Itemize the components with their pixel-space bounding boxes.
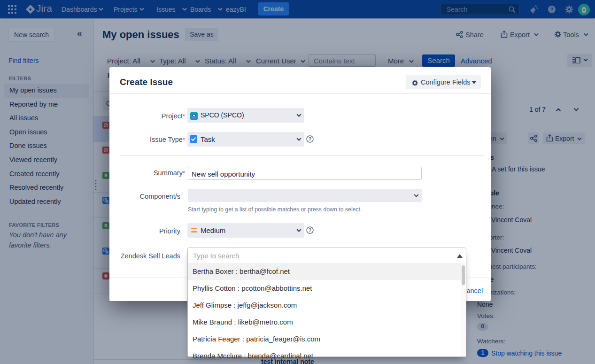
svg-text:?: ?: [309, 228, 311, 233]
svg-text:?: ?: [309, 137, 311, 142]
